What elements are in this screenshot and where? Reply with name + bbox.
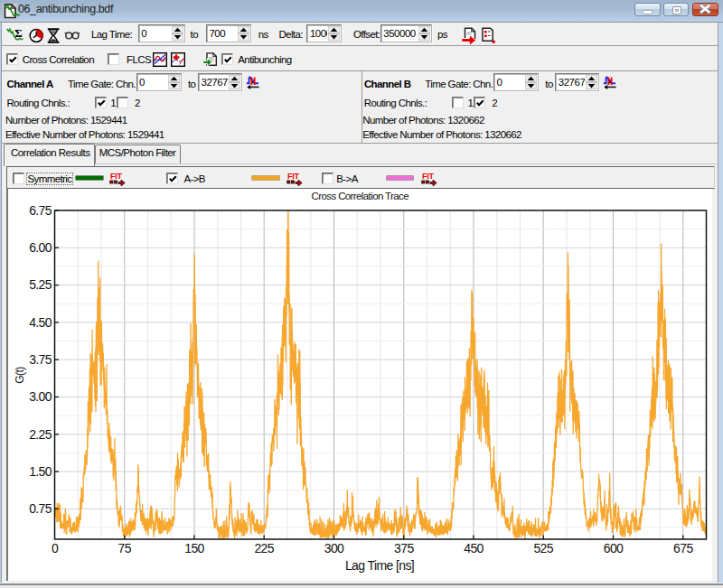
svg-text:150: 150 <box>184 541 204 555</box>
svg-text:75: 75 <box>118 541 132 555</box>
svg-text:6.75: 6.75 <box>29 203 52 218</box>
svg-text:675: 675 <box>673 541 693 555</box>
svg-text:450: 450 <box>464 541 484 555</box>
svg-text:225: 225 <box>254 541 274 555</box>
svg-text:Cross Correlation Trace: Cross Correlation Trace <box>312 191 409 201</box>
svg-text:3.75: 3.75 <box>29 352 52 367</box>
svg-text:5.25: 5.25 <box>29 277 52 292</box>
svg-text:4.50: 4.50 <box>29 315 52 330</box>
svg-text:FIT: FIT <box>422 172 435 181</box>
svg-text:FIT: FIT <box>110 172 123 181</box>
svg-text:0.75: 0.75 <box>29 501 52 516</box>
svg-text:Lag Time [ns]: Lag Time [ns] <box>345 558 414 573</box>
svg-text:3.00: 3.00 <box>29 389 52 404</box>
svg-text:6.00: 6.00 <box>29 240 52 255</box>
svg-text:600: 600 <box>604 541 624 555</box>
svg-text:G(t): G(t) <box>14 367 26 384</box>
svg-text:300: 300 <box>324 541 344 555</box>
svg-text:1.50: 1.50 <box>29 464 52 479</box>
svg-text:525: 525 <box>533 541 553 555</box>
svg-text:2.25: 2.25 <box>29 427 52 442</box>
svg-text:FIT: FIT <box>287 172 300 181</box>
svg-text:375: 375 <box>394 541 414 555</box>
svg-text:0: 0 <box>52 541 59 555</box>
